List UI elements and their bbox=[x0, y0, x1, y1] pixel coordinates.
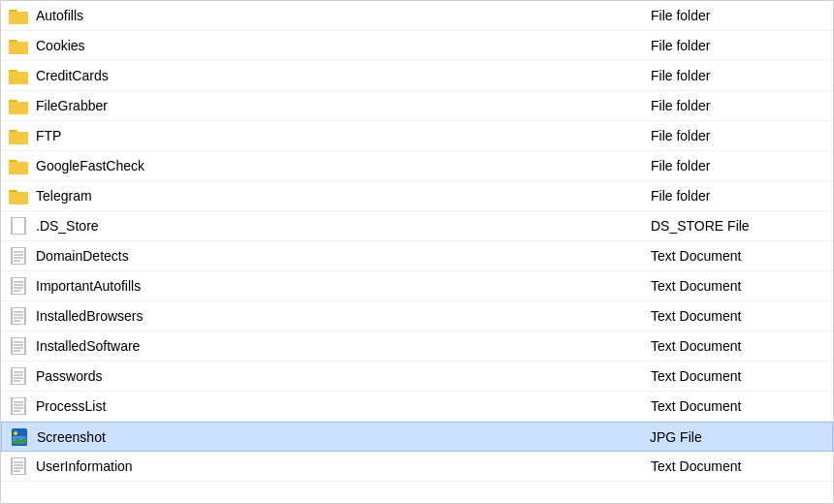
svg-rect-21 bbox=[12, 217, 25, 235]
file-name: InstalledSoftware bbox=[36, 338, 651, 354]
file-name: CreditCards bbox=[36, 68, 651, 83]
file-name: DomainDetects bbox=[36, 248, 651, 264]
file-name: FileGrabber bbox=[36, 98, 651, 113]
svg-rect-17 bbox=[9, 162, 28, 174]
folder-icon bbox=[9, 36, 28, 55]
svg-rect-27 bbox=[12, 277, 25, 295]
folder-icon bbox=[9, 6, 28, 25]
document-icon bbox=[9, 457, 28, 476]
file-name: Screenshot bbox=[37, 429, 650, 445]
svg-rect-20 bbox=[9, 192, 28, 205]
svg-rect-47 bbox=[12, 397, 25, 415]
document-icon bbox=[9, 306, 28, 326]
svg-rect-42 bbox=[12, 367, 25, 385]
file-name: Cookies bbox=[36, 38, 651, 53]
file-row[interactable]: CreditCardsFile folder bbox=[1, 61, 833, 91]
file-type: Text Document bbox=[651, 338, 825, 354]
file-row[interactable]: AutofillsFile folder bbox=[1, 1, 833, 31]
file-type: File folder bbox=[651, 128, 825, 143]
file-type: File folder bbox=[651, 38, 825, 53]
file-row[interactable]: ProcessListText Document bbox=[1, 392, 833, 422]
svg-point-54 bbox=[14, 431, 17, 435]
file-name: .DS_Store bbox=[36, 218, 651, 234]
file-row[interactable]: FileGrabberFile folder bbox=[1, 91, 833, 121]
file-name: UserInformation bbox=[36, 458, 651, 474]
document-icon bbox=[9, 246, 28, 266]
file-name: ProcessList bbox=[36, 398, 651, 414]
file-type: Text Document bbox=[651, 398, 825, 414]
file-type: Text Document bbox=[651, 278, 825, 294]
file-row[interactable]: CookiesFile folder bbox=[1, 31, 833, 61]
dsstore-icon bbox=[9, 216, 28, 236]
file-list: AutofillsFile folder CookiesFile folder … bbox=[1, 1, 833, 482]
file-type: File folder bbox=[651, 68, 825, 83]
file-row[interactable]: GoogleFastCheckFile folder bbox=[1, 151, 833, 181]
svg-rect-5 bbox=[9, 42, 28, 54]
file-row[interactable]: ImportantAutofillsText Document bbox=[1, 271, 833, 301]
file-row[interactable]: UserInformationText Document bbox=[1, 452, 833, 482]
file-type: File folder bbox=[651, 98, 825, 113]
svg-rect-57 bbox=[12, 457, 25, 475]
svg-rect-37 bbox=[12, 337, 25, 355]
folder-icon bbox=[9, 156, 28, 175]
file-name: Passwords bbox=[36, 368, 651, 384]
file-type: Text Document bbox=[651, 458, 825, 474]
svg-rect-32 bbox=[12, 307, 25, 325]
file-type: File folder bbox=[651, 188, 825, 204]
file-explorer: AutofillsFile folder CookiesFile folder … bbox=[0, 0, 834, 504]
file-row[interactable]: .DS_StoreDS_STORE File bbox=[1, 211, 833, 241]
file-row[interactable]: DomainDetectsText Document bbox=[1, 241, 833, 271]
file-type: File folder bbox=[651, 158, 825, 173]
svg-rect-2 bbox=[9, 12, 28, 24]
file-row[interactable]: ScreenshotJPG File bbox=[1, 422, 833, 452]
document-icon bbox=[9, 336, 28, 356]
file-name: FTP bbox=[36, 128, 651, 143]
file-type: File folder bbox=[651, 8, 825, 23]
file-row[interactable]: PasswordsText Document bbox=[1, 362, 833, 392]
file-name: Autofills bbox=[36, 8, 651, 23]
file-type: Text Document bbox=[651, 248, 825, 264]
folder-icon bbox=[9, 186, 28, 205]
file-name: Telegram bbox=[36, 188, 651, 204]
file-row[interactable]: TelegramFile folder bbox=[1, 181, 833, 211]
folder-icon bbox=[9, 96, 28, 115]
document-icon bbox=[9, 276, 28, 296]
svg-rect-11 bbox=[9, 102, 28, 114]
file-name: GoogleFastCheck bbox=[36, 158, 651, 173]
folder-icon bbox=[9, 126, 28, 145]
folder-icon bbox=[9, 66, 28, 85]
svg-rect-22 bbox=[12, 247, 25, 265]
jpg-icon bbox=[10, 427, 29, 447]
file-type: Text Document bbox=[651, 308, 825, 324]
file-row[interactable]: InstalledSoftwareText Document bbox=[1, 331, 833, 362]
file-name: ImportantAutofills bbox=[36, 278, 651, 294]
document-icon bbox=[9, 396, 28, 416]
file-name: InstalledBrowsers bbox=[36, 308, 651, 324]
file-row[interactable]: InstalledBrowsersText Document bbox=[1, 301, 833, 331]
svg-rect-8 bbox=[9, 72, 28, 84]
svg-rect-14 bbox=[9, 132, 28, 144]
file-type: JPG File bbox=[650, 429, 824, 445]
file-type: DS_STORE File bbox=[651, 218, 825, 234]
file-type: Text Document bbox=[651, 368, 825, 384]
file-row[interactable]: FTPFile folder bbox=[1, 121, 833, 151]
document-icon bbox=[9, 366, 28, 386]
